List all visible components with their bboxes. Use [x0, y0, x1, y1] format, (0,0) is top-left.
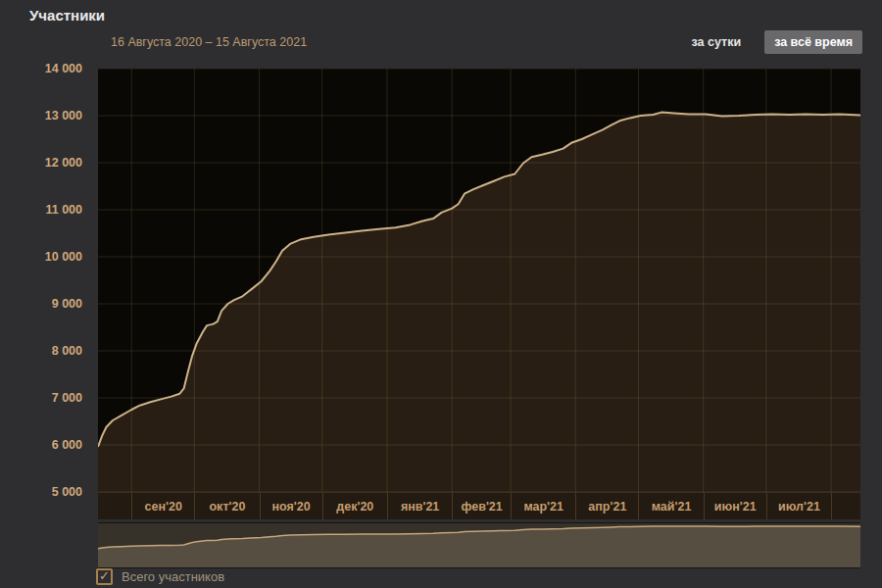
range-button-day[interactable]: за сутки: [682, 30, 752, 54]
y-axis-label: 8 000: [0, 343, 82, 359]
range-button-alltime[interactable]: за всё время: [764, 30, 862, 54]
x-axis-label: май'21: [638, 493, 703, 519]
y-axis-label: 9 000: [0, 296, 82, 312]
check-icon: ✓: [99, 569, 110, 582]
y-axis-label: 12 000: [0, 155, 82, 171]
x-axis-label: дек'20: [322, 493, 387, 519]
y-axis: 14 00013 00012 00011 00010 0009 0008 000…: [0, 0, 90, 588]
y-axis-label: 14 000: [0, 61, 82, 76]
x-axis-cell: [831, 493, 860, 519]
members-stats-page: Участники 16 Августа 2020 – 15 Августа 2…: [0, 0, 882, 588]
range-switcher: за сутки за всё время: [682, 30, 862, 54]
x-axis-label: окт'20: [194, 493, 259, 519]
legend-row: ✓ Всего участников: [96, 568, 224, 585]
chart-date-range: 16 Августа 2020 – 15 Августа 2021: [111, 35, 307, 49]
main-chart-svg: [98, 69, 860, 492]
x-axis-label: сен'20: [131, 493, 194, 519]
chart-plot-area[interactable]: [98, 69, 860, 492]
y-axis-label: 13 000: [0, 108, 82, 123]
y-axis-label: 11 000: [0, 202, 82, 218]
y-axis-label: 5 000: [0, 484, 82, 500]
y-axis-label: 6 000: [0, 437, 82, 453]
legend-label[interactable]: Всего участников: [122, 569, 224, 584]
x-axis-label: апр'21: [575, 493, 638, 519]
x-axis-label: ноя'20: [260, 493, 322, 519]
chart-navigator[interactable]: [98, 522, 860, 568]
nav-series-area: [98, 526, 860, 567]
x-axis-label: фев'21: [452, 493, 511, 519]
x-axis-label: июл'21: [766, 493, 831, 519]
series-area: [98, 113, 860, 492]
x-axis-label: янв'21: [387, 493, 452, 519]
x-axis-label: мар'21: [511, 493, 575, 519]
legend-checkbox[interactable]: ✓: [96, 568, 113, 585]
x-axis-label: июн'21: [704, 493, 766, 519]
y-axis-label: 7 000: [0, 390, 82, 406]
x-axis: сен'20окт'20ноя'20дек'20янв'21фев'21мар'…: [98, 492, 860, 519]
navigator-svg: [98, 523, 860, 567]
y-axis-label: 10 000: [0, 249, 82, 265]
